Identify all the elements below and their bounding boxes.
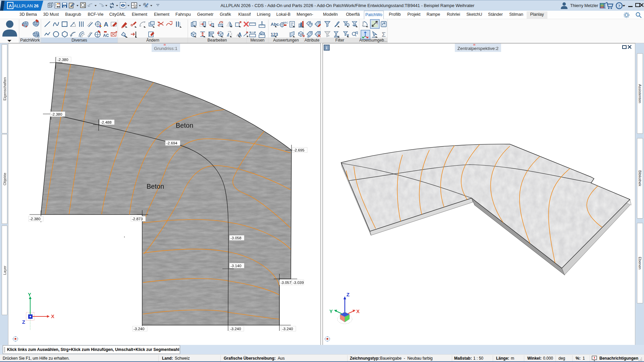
svg-text:Y: Y — [329, 308, 333, 314]
svg-text:Beton: Beton — [147, 183, 164, 190]
svg-text:Z: Z — [22, 319, 25, 325]
svg-text:-2.488: -2.488 — [101, 120, 112, 124]
svg-text:-2.380: -2.380 — [57, 58, 68, 62]
svg-text:-3.039: -3.039 — [293, 281, 304, 285]
svg-text:X: X — [356, 308, 360, 314]
svg-text:-2.873: -2.873 — [132, 217, 143, 221]
svg-text:Beton: Beton — [176, 122, 193, 129]
svg-text:-3.057: -3.057 — [280, 281, 291, 285]
svg-text:Grundriss:1: Grundriss:1 — [154, 46, 177, 51]
svg-text:-2.380: -2.380 — [51, 112, 62, 116]
svg-text:-3.240: -3.240 — [230, 327, 241, 331]
svg-text:-3.240: -3.240 — [133, 327, 145, 331]
svg-text:-3.140: -3.140 — [230, 264, 241, 268]
svg-text:-2.695: -2.695 — [293, 148, 305, 152]
svg-text:-3.058: -3.058 — [230, 236, 241, 240]
svg-text:X: X — [51, 313, 54, 319]
svg-text:Z: Z — [346, 292, 350, 297]
svg-text:Zentralperspektive:2: Zentralperspektive:2 — [458, 46, 498, 51]
svg-text:-2.694: -2.694 — [166, 141, 177, 145]
svg-text:-3.240: -3.240 — [282, 327, 293, 331]
svg-text:Y: Y — [28, 292, 31, 297]
svg-text:-2.380: -2.380 — [30, 217, 41, 221]
